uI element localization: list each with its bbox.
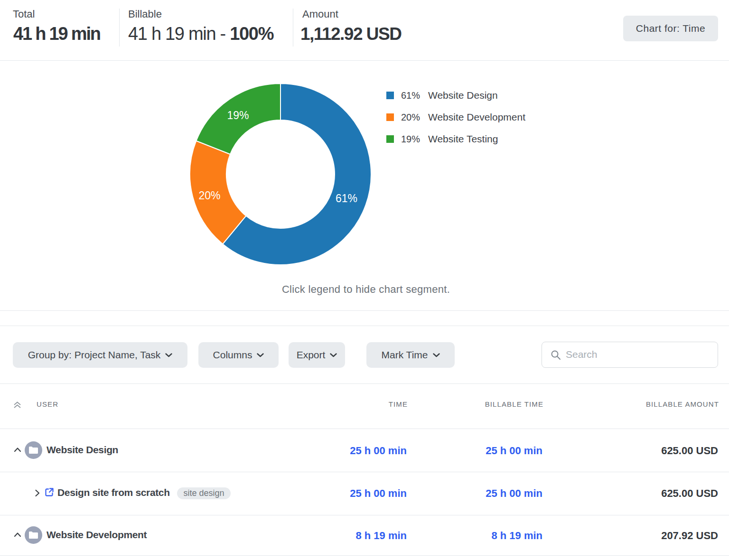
svg-text:20%: 20% bbox=[198, 189, 220, 202]
svg-text:19%: 19% bbox=[227, 109, 249, 121]
svg-text:61%: 61% bbox=[336, 192, 357, 205]
